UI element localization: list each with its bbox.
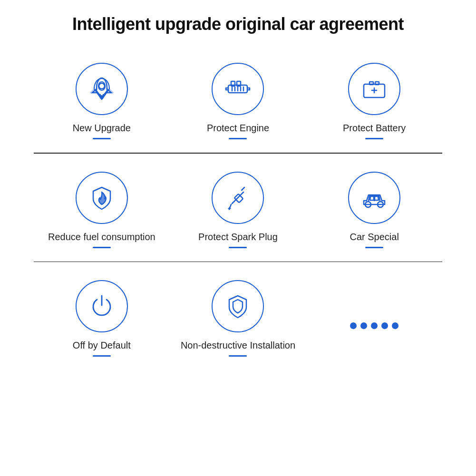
underline-protect-spark <box>229 247 247 248</box>
label-car-special: Car Special <box>350 231 398 243</box>
dot-4 <box>381 322 388 329</box>
svg-line-19 <box>242 187 244 190</box>
feature-off-default: Off by Default <box>34 271 170 361</box>
label-protect-battery: Protect Battery <box>343 122 406 134</box>
label-non-destructive: Non-destructive Installation <box>181 339 295 351</box>
feature-protect-engine: Protect Engine <box>170 53 306 144</box>
divider-2 <box>34 262 443 262</box>
feature-car-special: Car Special <box>306 162 443 253</box>
feature-protect-battery: Protect Battery <box>306 53 443 144</box>
dots-container <box>350 318 398 329</box>
feature-dots <box>306 271 443 361</box>
label-new-upgrade: New Upgrade <box>73 122 131 134</box>
icon-circle-battery <box>348 63 400 115</box>
icon-circle-shield-outline <box>212 280 264 332</box>
label-protect-spark: Protect Spark Plug <box>198 231 278 243</box>
feature-protect-spark: Protect Spark Plug <box>170 162 306 253</box>
dot-5 <box>392 322 398 329</box>
svg-rect-14 <box>375 82 379 85</box>
label-off-default: Off by Default <box>73 339 131 351</box>
rocket-icon <box>87 75 116 103</box>
underline-off-default <box>93 355 111 357</box>
shield-flame-icon <box>87 184 116 212</box>
feature-non-destructive: Non-destructive Installation <box>170 271 306 361</box>
icon-circle-rocket <box>76 63 128 115</box>
dot-2 <box>360 322 367 329</box>
svg-point-3 <box>99 83 105 89</box>
feature-reduce-fuel: Reduce fuel consumption <box>34 162 170 253</box>
features-grid: New Upgrade <box>34 53 443 361</box>
power-icon <box>87 292 116 321</box>
icon-circle-shield-flame <box>76 172 128 224</box>
icon-circle-engine <box>212 63 264 115</box>
divider-1 <box>34 153 443 154</box>
battery-icon <box>360 75 389 103</box>
icon-circle-spark-plug <box>212 172 264 224</box>
page: Intelligent upgrade original car agreeme… <box>0 0 476 476</box>
page-title: Intelligent upgrade original car agreeme… <box>72 14 404 34</box>
spark-plug-icon <box>223 184 252 212</box>
label-reduce-fuel: Reduce fuel consumption <box>48 231 155 243</box>
dot-3 <box>371 322 378 329</box>
engine-icon <box>223 75 252 103</box>
car-icon <box>360 184 389 212</box>
underline-protect-engine <box>229 138 247 139</box>
shield-outline-icon <box>223 292 252 321</box>
feature-new-upgrade: New Upgrade <box>34 53 170 144</box>
underline-car-special <box>365 247 383 248</box>
svg-rect-13 <box>369 82 373 85</box>
underline-protect-battery <box>365 138 383 139</box>
underline-reduce-fuel <box>93 247 111 248</box>
label-protect-engine: Protect Engine <box>207 122 269 134</box>
dot-1 <box>350 322 357 329</box>
icon-circle-power <box>76 280 128 332</box>
underline-new-upgrade <box>93 138 111 139</box>
underline-non-destructive <box>229 355 247 357</box>
icon-circle-car <box>348 172 400 224</box>
svg-rect-18 <box>234 194 243 202</box>
